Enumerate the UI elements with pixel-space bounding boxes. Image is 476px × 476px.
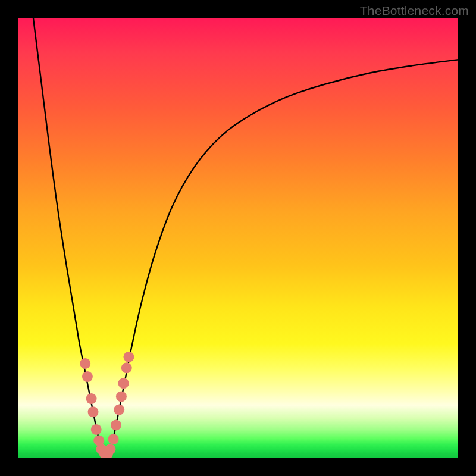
marker-point <box>118 378 129 389</box>
curve-right-branch <box>110 60 458 449</box>
curve-layer <box>18 18 458 458</box>
marker-point <box>121 362 132 373</box>
bottleneck-curves <box>33 18 458 455</box>
marker-point <box>116 391 127 402</box>
marker-point <box>123 352 134 362</box>
marker-point <box>105 444 115 455</box>
marker-point <box>108 434 119 444</box>
marker-point <box>80 358 90 369</box>
plot-area <box>18 18 458 458</box>
watermark-text: TheBottleneck.com <box>360 4 469 18</box>
curve-left-branch <box>33 18 102 449</box>
marker-point <box>91 424 102 435</box>
marker-point <box>86 393 97 404</box>
chart-frame: TheBottleneck.com <box>0 0 476 476</box>
data-markers <box>80 352 134 458</box>
marker-point <box>114 405 124 415</box>
marker-point <box>111 420 121 431</box>
marker-point <box>82 371 93 382</box>
marker-point <box>88 406 99 417</box>
